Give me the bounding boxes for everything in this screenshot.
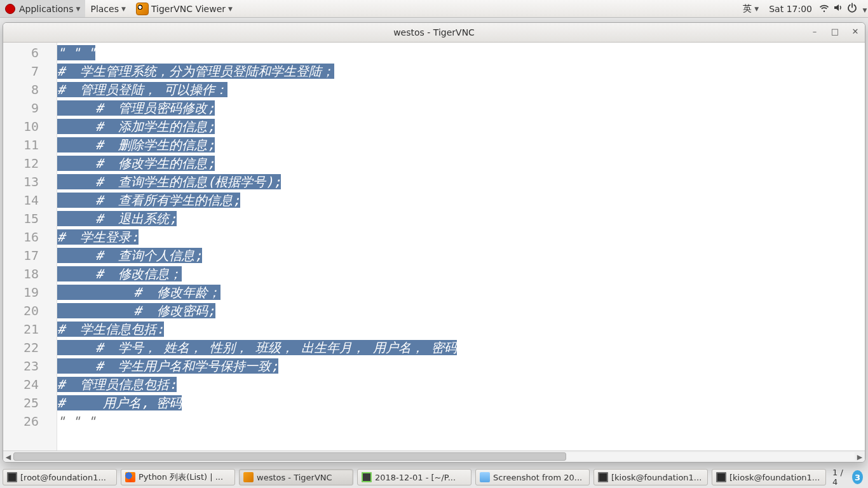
selected-text[interactable]: # 学生信息包括: <box>57 322 164 337</box>
horizontal-scrollbar[interactable]: ◀ ▶ <box>3 451 865 462</box>
line-number: 24 <box>3 376 39 394</box>
code-area[interactable]: " " "# 学生管理系统，分为管理员登陆和学生登陆；# 管理员登陆， 可以操作… <box>57 43 865 451</box>
line-number: 16 <box>3 228 39 247</box>
pc-icon <box>362 472 372 482</box>
code-line[interactable]: # 查看所有学生的信息; <box>57 191 865 210</box>
taskbar-item[interactable]: [kiosk@foundation1... <box>593 469 708 485</box>
selected-text[interactable]: # 修改密码; <box>57 303 215 318</box>
selected-text[interactable]: " " " <box>57 45 95 60</box>
code-line[interactable]: # 查询学生的信息(根据学号); <box>57 173 865 191</box>
code-editor[interactable]: 67891011121314151617181920212223242526 "… <box>3 43 865 451</box>
taskbar-item[interactable]: [root@foundation1... <box>3 469 117 485</box>
scroll-right-arrow-icon[interactable]: ▶ <box>855 451 865 463</box>
code-line[interactable]: # 删除学生的信息; <box>57 136 865 154</box>
selected-text[interactable]: # 学生管理系统，分为管理员登陆和学生登陆； <box>57 64 334 79</box>
ime-indicator[interactable]: 英 ▼ <box>738 0 764 17</box>
power-icon[interactable] <box>845 3 859 15</box>
clock[interactable]: Sat 17:00 <box>764 0 817 17</box>
selected-text[interactable]: # 用户名, 密码 <box>57 395 182 410</box>
line-number-gutter: 67891011121314151617181920212223242526 <box>3 43 57 451</box>
img-icon <box>480 472 490 482</box>
line-number: 8 <box>3 81 39 99</box>
line-number: 22 <box>3 339 39 357</box>
code-line[interactable]: # 修改年龄； <box>57 283 865 302</box>
selected-text[interactable]: # 修改年龄； <box>57 285 220 300</box>
line-number: 23 <box>3 357 39 376</box>
applications-menu[interactable]: Applications ▼ <box>0 0 85 17</box>
active-app-label: TigerVNC Viewer <box>151 4 226 14</box>
taskbar-item-label: [kiosk@foundation1... <box>729 473 820 482</box>
code-line[interactable]: # 管理员登陆， 可以操作： <box>57 81 865 99</box>
volume-icon[interactable] <box>831 3 845 15</box>
code-line[interactable]: " " " <box>57 412 865 431</box>
selected-text[interactable]: # 查询个人信息; <box>57 248 202 263</box>
selected-text[interactable]: # 删除学生的信息; <box>57 137 215 152</box>
line-number: 25 <box>3 394 39 412</box>
code-line[interactable]: # 学生登录: <box>57 228 865 247</box>
line-number: 9 <box>3 99 39 118</box>
line-number: 7 <box>3 62 39 81</box>
selected-text[interactable]: # 管理员信息包括: <box>57 377 177 392</box>
chevron-down-icon: ▼ <box>121 6 126 12</box>
selected-text[interactable]: # 修改学生的信息; <box>57 156 215 171</box>
chevron-down-icon: ▼ <box>754 6 759 12</box>
top-bar-left: Applications ▼ Places ▼ TigerVNC Viewer … <box>0 0 238 17</box>
code-line[interactable]: # 学生信息包括: <box>57 320 865 339</box>
code-line[interactable]: # 管理员信息包括: <box>57 376 865 394</box>
workspace-indicator[interactable]: 1 / 4 3 <box>830 468 865 487</box>
tigervnc-window: westos - TigerVNC – □ ✕ 6789101112131415… <box>3 22 865 463</box>
wifi-icon[interactable] <box>817 3 831 15</box>
minimize-button[interactable]: – <box>809 25 820 37</box>
selected-text[interactable]: # 退出系统; <box>57 211 177 226</box>
close-button[interactable]: ✕ <box>850 25 861 37</box>
code-line[interactable]: # 添加学生的信息; <box>57 118 865 136</box>
selected-text[interactable]: # 学号， 姓名， 性别， 班级， 出生年月， 用户名， 密码 <box>57 340 457 355</box>
taskbar-item[interactable]: 2018-12-01 - [~/P... <box>357 469 471 485</box>
code-line[interactable]: # 修改信息； <box>57 265 865 283</box>
selected-text[interactable]: # 修改信息； <box>57 266 182 281</box>
term-icon <box>716 472 726 482</box>
code-line[interactable]: " " " <box>57 44 865 62</box>
vnc-icon <box>243 472 254 482</box>
taskbar-item[interactable]: Python 列表(List) | ... <box>121 469 235 485</box>
selected-text[interactable]: # 管理员登陆， 可以操作： <box>57 82 227 97</box>
code-line[interactable]: # 修改密码; <box>57 302 865 320</box>
taskbar-item[interactable]: [kiosk@foundation1... <box>712 469 826 485</box>
taskbar-item-label: [kiosk@foundation1... <box>611 473 702 482</box>
taskbar-item-label: 2018-12-01 - [~/P... <box>375 473 456 482</box>
taskbar-item-label: westos - TigerVNC <box>257 473 332 482</box>
selected-text[interactable]: # 查看所有学生的信息; <box>57 193 240 208</box>
code-line[interactable]: # 管理员密码修改; <box>57 99 865 118</box>
code-text[interactable]: " " " <box>57 414 95 429</box>
code-line[interactable]: # 用户名, 密码 <box>57 394 865 412</box>
line-number: 11 <box>3 136 39 154</box>
scrollbar-thumb[interactable] <box>13 452 566 461</box>
code-line[interactable]: # 查询个人信息; <box>57 247 865 265</box>
active-app-menu[interactable]: TigerVNC Viewer ▼ <box>131 0 238 17</box>
chevron-down-icon[interactable]: ▼ <box>859 4 868 14</box>
maximize-button[interactable]: □ <box>829 25 841 37</box>
window-titlebar[interactable]: westos - TigerVNC – □ ✕ <box>3 23 865 43</box>
tigervnc-icon <box>136 3 149 15</box>
line-number: 26 <box>3 412 39 431</box>
line-number: 17 <box>3 247 39 265</box>
taskbar-item[interactable]: westos - TigerVNC <box>239 469 353 485</box>
selected-text[interactable]: # 查询学生的信息(根据学号); <box>57 174 281 189</box>
code-line[interactable]: # 学生管理系统，分为管理员登陆和学生登陆； <box>57 62 865 81</box>
selected-text[interactable]: # 学生登录: <box>57 229 139 245</box>
notification-badge[interactable]: 3 <box>852 470 863 484</box>
selected-text[interactable]: # 添加学生的信息; <box>57 119 215 134</box>
term-icon <box>598 472 608 482</box>
taskbar-item[interactable]: Screenshot from 20... <box>475 469 590 485</box>
applications-label: Applications <box>19 4 74 14</box>
code-line[interactable]: # 学生用户名和学号保持一致; <box>57 357 865 376</box>
code-line[interactable]: # 修改学生的信息; <box>57 154 865 173</box>
scroll-left-arrow-icon[interactable]: ◀ <box>3 451 13 463</box>
code-line[interactable]: # 退出系统; <box>57 210 865 228</box>
code-line[interactable]: # 学号， 姓名， 性别， 班级， 出生年月， 用户名， 密码 <box>57 339 865 357</box>
line-number: 10 <box>3 118 39 136</box>
selected-text[interactable]: # 管理员密码修改; <box>57 100 215 116</box>
places-menu[interactable]: Places ▼ <box>85 0 130 17</box>
top-bar-right: 英 ▼ Sat 17:00 ▼ <box>738 0 868 17</box>
selected-text[interactable]: # 学生用户名和学号保持一致; <box>57 358 278 374</box>
